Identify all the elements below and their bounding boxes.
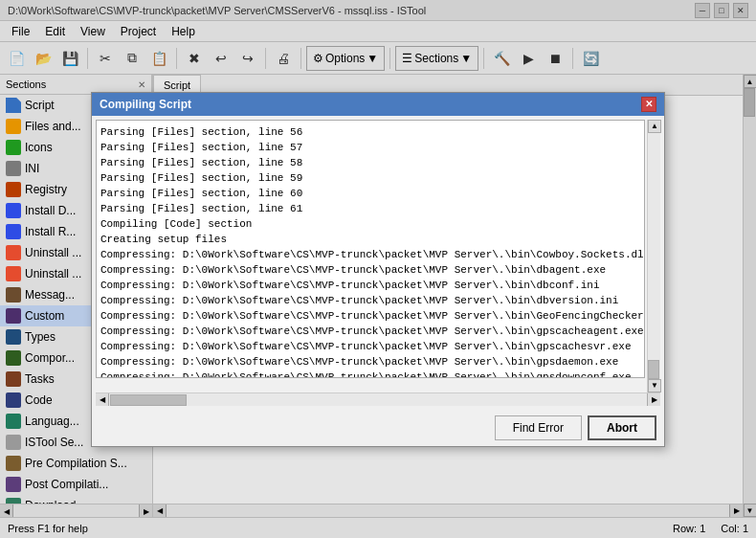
log-line: Compressing: D:\0Work\Software\CS\MVP-tr… <box>100 308 640 324</box>
modal-vscroll-thumb[interactable] <box>648 360 659 379</box>
log-line: Compressing: D:\0Work\Software\CS\MVP-tr… <box>100 278 640 293</box>
log-line: Compressing: D:\0Work\Software\CS\MVP-tr… <box>100 247 640 262</box>
modal-hscroll-left-btn[interactable]: ◀ <box>96 393 109 406</box>
compile-modal: Compiling Script ✕ Parsing [Files] secti… <box>91 92 665 447</box>
log-line: Compressing: D:\0Work\Software\CS\MVP-tr… <box>100 293 640 308</box>
modal-title: Compiling Script <box>100 98 641 111</box>
log-line: Parsing [Files] section, line 60 <box>100 186 640 201</box>
modal-vscroll-up-btn[interactable]: ▲ <box>648 120 661 133</box>
log-line: Parsing [Files] section, line 61 <box>100 201 640 216</box>
log-line: Parsing [Files] section, line 56 <box>100 124 640 140</box>
log-line: Compressing: D:\0Work\Software\CS\MVP-tr… <box>100 354 640 370</box>
modal-hscroll-thumb[interactable] <box>110 394 187 406</box>
modal-hscroll-track <box>109 393 647 406</box>
modal-footer: Find Error Abort <box>92 410 664 446</box>
find-error-button[interactable]: Find Error <box>495 415 582 440</box>
log-line: Compressing: D:\0Work\Software\CS\MVP-tr… <box>100 324 640 339</box>
modal-hscrollbar: ◀ ▶ <box>96 392 660 406</box>
log-line: Parsing [Files] section, line 57 <box>100 140 640 155</box>
modal-hscroll-right-btn[interactable]: ▶ <box>647 393 660 406</box>
modal-titlebar: Compiling Script ✕ <box>92 93 664 116</box>
log-line: Parsing [Files] section, line 59 <box>100 170 640 186</box>
log-line: Creating setup files <box>100 232 640 247</box>
log-line: Compressing: D:\0Work\Software\CS\MVP-tr… <box>100 339 640 354</box>
modal-log[interactable]: Parsing [Files] section, line 56Parsing … <box>96 120 645 378</box>
log-line: Parsing [Files] section, line 58 <box>100 155 640 170</box>
modal-overlay: Compiling Script ✕ Parsing [Files] secti… <box>0 0 756 538</box>
log-line: Compiling [Code] section <box>100 216 640 232</box>
modal-vscroll-down-btn[interactable]: ▼ <box>648 379 661 392</box>
modal-vscrollbar: ▲ ▼ <box>647 120 660 392</box>
modal-log-wrapper: Parsing [Files] section, line 56Parsing … <box>96 120 660 392</box>
log-line: Compressing: D:\0Work\Software\CS\MVP-tr… <box>100 262 640 278</box>
modal-close-button[interactable]: ✕ <box>641 97 656 112</box>
log-line: Compressing: D:\0Work\Software\CS\MVP-tr… <box>100 370 640 378</box>
modal-content: Parsing [Files] section, line 56Parsing … <box>92 116 664 410</box>
modal-vscroll-track <box>648 133 660 379</box>
abort-button[interactable]: Abort <box>588 415 656 440</box>
